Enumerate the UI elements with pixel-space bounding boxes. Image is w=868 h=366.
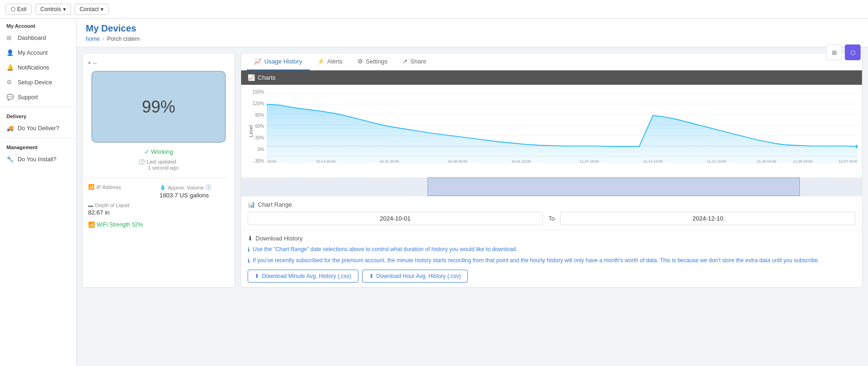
chart-range-end[interactable] bbox=[560, 212, 855, 225]
sidebar-item-support-label: Support bbox=[18, 94, 38, 101]
download-header: ⬇ Download History bbox=[248, 235, 855, 242]
grid-view-button[interactable]: ⊞ bbox=[826, 44, 842, 60]
svg-text:10-21 20:00: 10-21 20:00 bbox=[380, 159, 399, 164]
delivery-section-label: Delivery bbox=[0, 109, 76, 121]
bell-icon: 🔔 bbox=[6, 64, 14, 71]
exit-icon: ⬡ bbox=[11, 6, 15, 13]
device-info-grid: 📶 IP Address 💧 Approx. Volume ⓘ 1803.7 U… bbox=[88, 178, 229, 216]
exit-label: Exit bbox=[17, 6, 26, 13]
download-label: Download History bbox=[255, 235, 303, 242]
download-info-1: ℹ Use the "Chart Range" date selections … bbox=[248, 246, 855, 254]
breadcrumb-separator: › bbox=[102, 36, 104, 42]
sidebar-item-setup-device[interactable]: ⚙ Setup Device bbox=[0, 75, 76, 90]
chart-area: Level 150% 120% 90% 60% 30% 0% -30% bbox=[241, 85, 862, 177]
approx-volume-label: 💧 Approx. Volume ⓘ bbox=[160, 184, 229, 191]
download-icon: ⬇ bbox=[248, 235, 253, 242]
download-hour-button[interactable]: ⬆ Download Hour Avg. History (.csv) bbox=[362, 270, 468, 283]
sidebar-item-notifications-label: Notifications bbox=[18, 64, 49, 71]
svg-text:11-21 19:00: 11-21 19:00 bbox=[707, 159, 726, 164]
svg-text:11-28 19:00: 11-28 19:00 bbox=[757, 159, 776, 164]
help-icon: 💬 bbox=[6, 94, 14, 101]
share-tab-icon: ↗ bbox=[402, 58, 408, 65]
device-dots: • – bbox=[88, 59, 97, 67]
sidebar-item-dashboard-label: Dashboard bbox=[18, 35, 46, 41]
main-layout: My Account ⊞ Dashboard 👤 My Account 🔔 No… bbox=[0, 19, 868, 366]
svg-text:11-14 19:00: 11-14 19:00 bbox=[643, 159, 663, 164]
controls-label: Controls bbox=[40, 6, 61, 13]
contact-label: Contact bbox=[80, 6, 99, 13]
download-section: ⬇ Download History ℹ Use the "Chart Rang… bbox=[241, 230, 862, 287]
page-toolbar: ⊞ ⬡ bbox=[826, 44, 861, 60]
alert-tab-icon: ⚡ bbox=[317, 58, 325, 65]
chart-svg: 10-07 20:00 10-14 20:00 10-21 20:00 10-2… bbox=[267, 89, 857, 164]
chart-minimap[interactable] bbox=[241, 177, 862, 196]
download-hour-icon: ⬆ bbox=[369, 273, 374, 279]
main-content: My Devices home › Porch cistern ⊞ ⬡ • – bbox=[77, 19, 868, 366]
device-last-updated: 🕐 Last updated 1 second ago bbox=[139, 159, 179, 170]
breadcrumb-current: Porch cistern bbox=[107, 36, 140, 42]
device-wifi: 📶 WiFi Strength 52% bbox=[88, 221, 143, 228]
svg-text:10-31 20:00: 10-31 20:00 bbox=[511, 159, 531, 164]
chart-container: Level 150% 120% 90% 60% 30% 0% -30% bbox=[241, 85, 862, 287]
chart-tab-icon: 📈 bbox=[254, 58, 262, 65]
chart-y-axis: 150% 120% 90% 60% 30% 0% -30% bbox=[246, 89, 264, 164]
tab-alerts[interactable]: ⚡ Alerts bbox=[310, 53, 350, 70]
sidebar-item-dashboard[interactable]: ⊞ Dashboard bbox=[0, 31, 76, 45]
svg-text:11-07 19:00: 11-07 19:00 bbox=[580, 159, 599, 164]
sidebar-item-setup-device-label: Setup Device bbox=[18, 79, 52, 86]
my-account-section-label: My Account bbox=[0, 19, 76, 31]
panels: • – 99% ✓ Working 🕐 Last updated 1 secon… bbox=[77, 47, 868, 293]
chart-range-section: 📊 Chart Range To bbox=[241, 196, 862, 230]
depth-section: ▬ Depth of Liquid 82.67 in bbox=[88, 202, 158, 216]
management-section-label: Management bbox=[0, 140, 76, 152]
truck-icon: 🚚 bbox=[6, 125, 14, 132]
sidebar-item-delivery[interactable]: 🚚 Do You Deliver? bbox=[0, 121, 76, 136]
tab-share[interactable]: ↗ Share bbox=[395, 53, 434, 70]
sidebar: My Account ⊞ Dashboard 👤 My Account 🔔 No… bbox=[0, 19, 77, 366]
chart-range-icon: 📊 bbox=[248, 201, 255, 208]
gear-tab-icon: ⚙ bbox=[357, 58, 363, 65]
chart-range-inputs: To bbox=[248, 212, 855, 225]
download-info-2: ℹ If you've recently subscribed for the … bbox=[248, 257, 855, 265]
chart-range-to-label: To bbox=[547, 215, 557, 222]
contact-button[interactable]: Contact ▾ bbox=[75, 4, 108, 15]
device-level-percent: 99% bbox=[142, 97, 175, 117]
controls-button[interactable]: Controls ▾ bbox=[35, 4, 71, 15]
sidebar-item-my-account[interactable]: 👤 My Account bbox=[0, 45, 76, 60]
approx-volume-section: 💧 Approx. Volume ⓘ 1803.7 US gallons bbox=[160, 184, 229, 199]
exit-button[interactable]: ⬡ Exit bbox=[6, 4, 32, 15]
ip-address-label: 📶 IP Address bbox=[88, 184, 158, 190]
breadcrumb-home[interactable]: home bbox=[86, 36, 100, 42]
grid-icon: ⊞ bbox=[6, 34, 14, 42]
sidebar-item-notifications[interactable]: 🔔 Notifications bbox=[0, 60, 76, 75]
info-icon-1: ℹ bbox=[248, 246, 250, 254]
right-panel: 📈 Usage History ⚡ Alerts ⚙ Settings ↗ Sh… bbox=[241, 53, 862, 288]
device-visual: 99% bbox=[91, 71, 226, 143]
tabs: 📈 Usage History ⚡ Alerts ⚙ Settings ↗ Sh… bbox=[241, 53, 862, 70]
share-view-icon: ⬡ bbox=[850, 49, 855, 56]
download-minute-icon: ⬆ bbox=[255, 273, 259, 279]
charts-header: 📈 Charts bbox=[241, 70, 862, 85]
topbar: ⬡ Exit Controls ▾ Contact ▾ bbox=[0, 0, 868, 19]
info-icon: ⓘ bbox=[206, 184, 211, 191]
tab-settings[interactable]: ⚙ Settings bbox=[350, 53, 395, 70]
depth-label: ▬ Depth of Liquid bbox=[88, 202, 158, 208]
controls-chevron-icon: ▾ bbox=[63, 6, 66, 13]
info-icon-2: ℹ bbox=[248, 257, 250, 265]
device-status-label: Working bbox=[151, 148, 173, 155]
tool-icon: 🔧 bbox=[6, 156, 14, 163]
tab-usage-history[interactable]: 📈 Usage History bbox=[247, 53, 310, 70]
depth-value: 82.67 in bbox=[88, 209, 158, 216]
sidebar-item-support[interactable]: 💬 Support bbox=[0, 90, 76, 105]
sidebar-item-install[interactable]: 🔧 Do You Install? bbox=[0, 152, 76, 167]
page-header: My Devices home › Porch cistern ⊞ ⬡ bbox=[77, 19, 868, 47]
volume-icon: 💧 bbox=[160, 184, 166, 190]
svg-text:12-07 19:00: 12-07 19:00 bbox=[839, 159, 857, 164]
download-minute-button[interactable]: ⬆ Download Minute Avg. History (.csv) bbox=[248, 270, 358, 283]
chart-minimap-selection[interactable] bbox=[428, 177, 800, 196]
share-view-button[interactable]: ⬡ bbox=[845, 44, 861, 60]
wifi-icon: 📶 bbox=[88, 184, 95, 190]
breadcrumb: home › Porch cistern bbox=[86, 36, 859, 42]
chart-range-label: Chart Range bbox=[258, 201, 292, 208]
chart-range-start[interactable] bbox=[248, 212, 543, 225]
